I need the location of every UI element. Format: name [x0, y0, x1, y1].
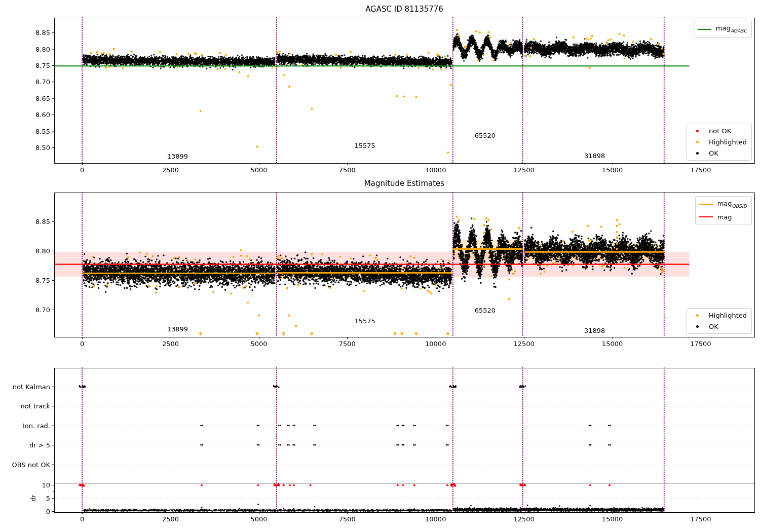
legend-entry: Highlighted	[691, 138, 747, 146]
obsid-annotation: 13899	[167, 153, 188, 160]
category-label: not Kalman	[13, 383, 50, 391]
x-tick-label: 17500	[690, 166, 711, 174]
figure: AGASC ID 81135776 Magnitude Estimates 02…	[0, 0, 760, 532]
obsid-annotation: 13899	[167, 325, 188, 333]
x-tick-label: 2500	[162, 166, 179, 174]
category-label: not track	[20, 402, 50, 410]
legend-line-swatch	[698, 29, 711, 30]
x-tick-label: 12500	[513, 166, 534, 174]
legend-label: not OK	[709, 127, 731, 135]
legend-label: magAGASC	[716, 24, 747, 35]
x-tick-label: 5000	[250, 515, 267, 523]
obsid-annotation: 31898	[584, 326, 605, 334]
x-tick-label: 0	[80, 166, 84, 174]
x-tick-label: 17500	[690, 515, 711, 523]
y-tick-label: 8.85	[35, 217, 50, 225]
legend-entry: not OK	[691, 127, 747, 135]
legend-dot-swatch	[691, 152, 704, 155]
legend-label: mag	[717, 213, 732, 221]
legend-entry: mag	[699, 213, 747, 221]
legend-entry: Highlighted	[691, 311, 747, 320]
x-tick-label: 7500	[339, 515, 356, 523]
y-tick-label: 8.65	[35, 94, 50, 102]
x-tick-label: 7500	[339, 166, 356, 174]
middle-legend-0: magOBSIDmag	[695, 196, 752, 224]
y-tick-label: 8.80	[35, 45, 50, 53]
legend-entry: magAGASC	[698, 24, 747, 35]
legend-label: Highlighted	[709, 138, 747, 146]
obsid-annotation: 15575	[355, 317, 375, 324]
x-tick-label: 5000	[250, 340, 267, 348]
top-panel-title: AGASC ID 81135776	[54, 5, 754, 14]
legend-marker	[696, 314, 699, 317]
legend-dot-swatch	[691, 130, 704, 132]
y-tick-label: 8.85	[35, 29, 50, 36]
category-label: OBS not OK	[12, 461, 51, 468]
x-tick-label: 17500	[690, 340, 711, 348]
x-tick-label: 10000	[425, 515, 446, 523]
dr-axis-label: dr	[29, 495, 37, 502]
category-label: dr > 5	[29, 441, 50, 449]
y-tick-label: 8.70	[35, 306, 50, 313]
y-tick-label: 8.55	[35, 127, 50, 135]
legend-label: OK	[709, 322, 718, 331]
x-tick-label: 0	[80, 340, 84, 348]
legend-marker	[696, 152, 699, 155]
legend-dot-swatch	[691, 314, 704, 317]
legend-marker	[696, 130, 699, 132]
legend-marker	[699, 204, 713, 205]
x-tick-label: 2500	[162, 515, 179, 523]
dr-tick-label: 5	[46, 495, 50, 502]
y-tick-label: 8.60	[35, 111, 50, 119]
legend-dot-swatch	[691, 141, 704, 143]
legend-label: magOBSID	[717, 199, 747, 210]
obsid-annotation: 65520	[475, 307, 496, 314]
x-tick-label: 10000	[425, 166, 446, 174]
y-tick-label: 8.80	[35, 247, 50, 254]
top-legend-0: magAGASC	[694, 21, 752, 38]
legend-marker	[698, 29, 711, 30]
x-tick-label: 0	[80, 515, 84, 523]
x-tick-label: 2500	[162, 340, 179, 348]
legend-label: Highlighted	[709, 311, 747, 320]
legend-label: OK	[709, 149, 718, 158]
x-tick-label: 15000	[602, 515, 623, 523]
x-tick-label: 15000	[602, 340, 623, 348]
legend-marker	[696, 141, 699, 143]
legend-dot-swatch	[691, 325, 704, 328]
top-legend-1: not OKHighlightedOK	[687, 124, 752, 161]
legend-marker	[699, 216, 713, 217]
obsid-annotation: 31898	[584, 152, 605, 160]
category-label: Ion. rad.	[23, 422, 50, 429]
middle-legend-1: HighlightedOK	[687, 308, 752, 334]
y-tick-label: 8.75	[35, 276, 50, 284]
x-tick-label: 15000	[602, 166, 623, 174]
x-tick-label: 12500	[513, 340, 534, 348]
x-tick-label: 10000	[425, 340, 446, 348]
legend-line-swatch	[699, 216, 713, 217]
legend-line-swatch	[699, 204, 713, 205]
middle-panel-title: Magnitude Estimates	[54, 179, 754, 188]
y-tick-label: 8.75	[35, 61, 50, 69]
dr-tick-label: 10	[42, 481, 50, 489]
plot-canvas	[0, 0, 760, 532]
legend-marker	[696, 325, 699, 328]
x-tick-label: 12500	[513, 515, 534, 523]
legend-entry: OK	[691, 149, 747, 158]
obsid-annotation: 65520	[475, 131, 496, 139]
legend-entry: OK	[691, 322, 747, 331]
legend-entry: magOBSID	[699, 199, 747, 210]
y-tick-label: 8.50	[35, 143, 50, 151]
x-tick-label: 7500	[339, 340, 356, 348]
y-tick-label: 8.70	[35, 78, 50, 86]
dr-tick-label: 0	[46, 508, 50, 515]
obsid-annotation: 15575	[355, 142, 375, 149]
x-tick-label: 5000	[250, 166, 267, 174]
